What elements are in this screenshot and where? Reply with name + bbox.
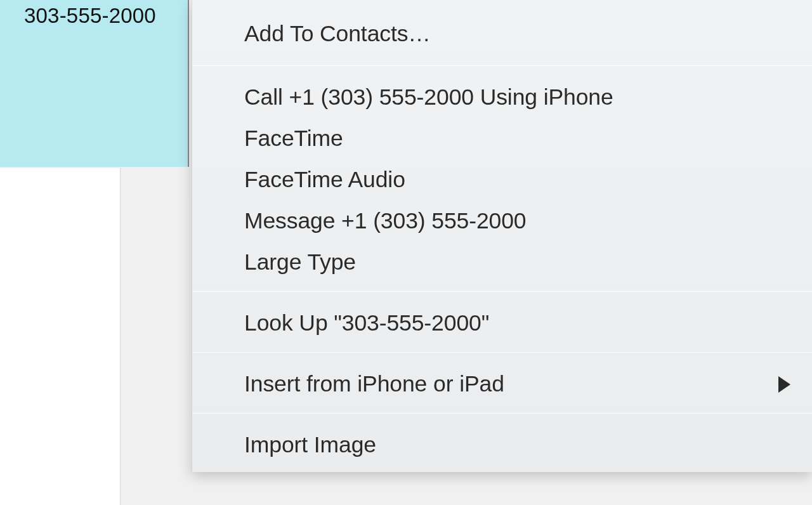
chevron-right-icon	[778, 376, 790, 393]
selected-phone-number[interactable]: 303-555-2000	[24, 4, 156, 28]
text-selection-highlight: 303-555-2000	[0, 0, 189, 167]
menu-item-facetime-audio[interactable]: FaceTime Audio	[192, 159, 812, 200]
menu-item-look-up[interactable]: Look Up "303-555-2000"	[192, 303, 812, 344]
menu-separator	[192, 413, 812, 414]
context-menu: Add To Contacts… Call +1 (303) 555-2000 …	[192, 0, 812, 472]
menu-item-label: Add To Contacts…	[244, 21, 431, 47]
document-background	[0, 168, 121, 505]
menu-item-label: Import Image	[244, 432, 376, 458]
menu-item-large-type[interactable]: Large Type	[192, 242, 812, 283]
menu-separator	[192, 291, 812, 292]
menu-separator	[192, 352, 812, 353]
menu-item-call[interactable]: Call +1 (303) 555-2000 Using iPhone	[192, 77, 812, 118]
menu-separator	[192, 65, 812, 66]
menu-item-import-image[interactable]: Import Image	[192, 424, 812, 466]
menu-item-facetime[interactable]: FaceTime	[192, 118, 812, 159]
menu-item-message[interactable]: Message +1 (303) 555-2000	[192, 200, 812, 242]
menu-item-label: Large Type	[244, 249, 356, 275]
menu-item-label: FaceTime	[244, 126, 343, 152]
menu-item-label: Look Up "303-555-2000"	[244, 310, 489, 336]
menu-item-label: Insert from iPhone or iPad	[244, 371, 504, 397]
menu-item-label: Call +1 (303) 555-2000 Using iPhone	[244, 84, 613, 110]
menu-item-add-to-contacts[interactable]: Add To Contacts…	[192, 0, 812, 63]
menu-item-insert-from-device[interactable]: Insert from iPhone or iPad	[192, 364, 812, 405]
menu-item-label: FaceTime Audio	[244, 167, 405, 193]
menu-item-label: Message +1 (303) 555-2000	[244, 208, 527, 234]
